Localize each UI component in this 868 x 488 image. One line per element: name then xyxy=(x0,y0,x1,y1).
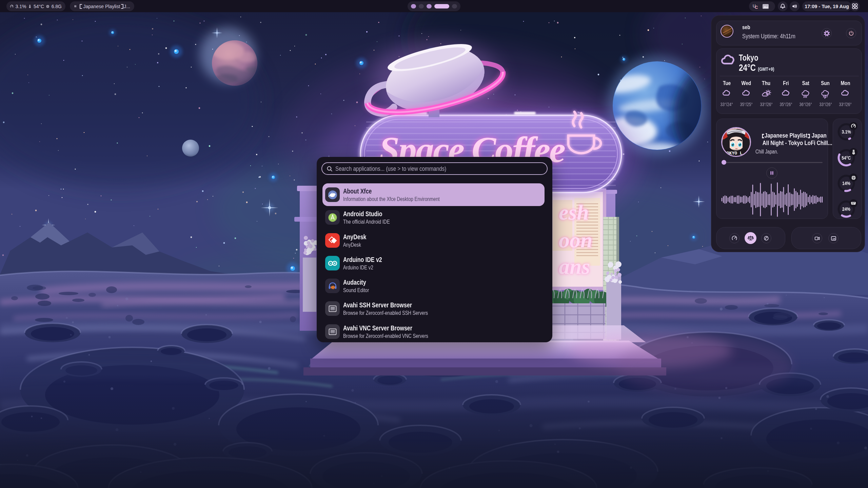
svg-text:ans: ans xyxy=(559,255,590,279)
svg-text:C: C xyxy=(755,5,758,10)
svg-text:TOKYO L: TOKYO L xyxy=(724,151,743,156)
svg-text:oon: oon xyxy=(559,228,593,252)
svg-text:esh: esh xyxy=(559,200,589,224)
